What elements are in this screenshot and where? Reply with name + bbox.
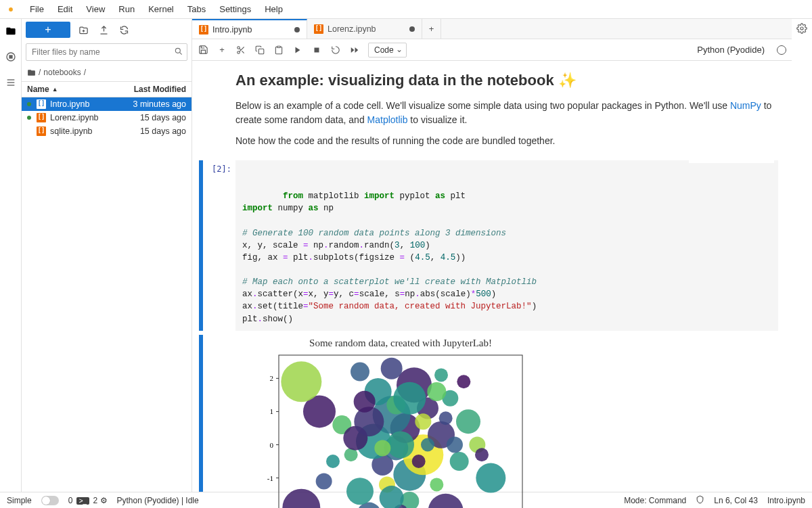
sparkles-icon: ✨ [558, 72, 577, 89]
svg-point-83 [447, 436, 463, 453]
file-browser: + /notebooks/ Name ▲ Last Modified Intro… [22, 19, 192, 492]
menu-kernel[interactable]: Kernel [141, 1, 181, 17]
output-collapser[interactable] [199, 335, 203, 508]
cursor-position[interactable]: Ln 6, Col 43 [714, 496, 758, 505]
svg-point-77 [381, 357, 403, 379]
notebook-icon [37, 113, 46, 122]
svg-rect-16 [277, 46, 281, 47]
svg-text:0: 0 [270, 440, 274, 448]
simple-toggle[interactable] [41, 496, 59, 505]
restart-icon[interactable] [330, 45, 341, 55]
insert-above-icon[interactable] [731, 160, 740, 162]
svg-point-54 [476, 463, 505, 492]
notebook-content[interactable]: An example: visualizing data in the note… [192, 61, 792, 508]
svg-point-74 [281, 361, 321, 402]
menu-bar: FileEditViewRunKernelTabsSettingsHelp [0, 0, 812, 19]
running-dot-icon [27, 102, 31, 106]
col-name-header[interactable]: Name [27, 85, 49, 94]
run-icon[interactable] [292, 45, 303, 55]
svg-point-91 [374, 440, 390, 456]
col-modified-header[interactable]: Last Modified [134, 85, 186, 94]
output-cell: Some random data, created with JupyterLa… [199, 335, 778, 508]
add-tab-button[interactable]: + [422, 19, 441, 39]
breadcrumb[interactable]: /notebooks/ [22, 64, 191, 81]
file-row[interactable]: Lorenz.ipynb15 days ago [22, 111, 191, 124]
svg-point-53 [316, 473, 332, 489]
dock-panel: Intro.ipynbLorenz.ipynb + + Code Python … [192, 19, 812, 492]
menu-tabs[interactable]: Tabs [181, 1, 212, 17]
numpy-link[interactable]: NumPy [730, 100, 761, 111]
kernel-name[interactable]: Python (Pyodide) [697, 45, 765, 55]
property-inspector-tab[interactable] [792, 19, 812, 508]
cell-type-select[interactable]: Code [368, 43, 407, 57]
running-icon[interactable] [4, 50, 18, 64]
copy-icon[interactable] [254, 45, 265, 55]
code-editor[interactable]: from matplotlib import pyplot as plt imp… [235, 160, 778, 331]
unsaved-dot-icon [409, 26, 415, 32]
matplotlib-link[interactable]: Matplotlib [367, 114, 408, 125]
move-up-icon[interactable]: ↑ [707, 160, 713, 162]
code-cell[interactable]: [2]: from matplotlib import pyplot as pl… [199, 160, 778, 331]
paste-icon[interactable] [273, 45, 284, 55]
save-icon[interactable] [198, 45, 208, 55]
svg-line-9 [179, 52, 181, 54]
cut-icon[interactable] [235, 45, 246, 55]
svg-point-81 [421, 438, 434, 451]
kernel-status-icon[interactable] [777, 45, 786, 55]
interrupt-icon[interactable] [311, 45, 322, 55]
menu-run[interactable]: Run [112, 1, 141, 17]
toc-icon[interactable] [4, 76, 18, 89]
cell-collapser[interactable] [199, 160, 203, 331]
search-icon [174, 47, 183, 58]
menu-edit[interactable]: Edit [51, 1, 79, 17]
trust-icon[interactable] [696, 495, 704, 506]
svg-point-97 [800, 27, 803, 30]
file-row[interactable]: sqlite.ipynb15 days ago [22, 124, 191, 138]
svg-point-67 [456, 409, 480, 434]
menu-file[interactable]: File [23, 1, 51, 17]
svg-point-76 [351, 362, 369, 381]
cell-toolbar: ↑ ↓ [689, 160, 774, 163]
activity-bar [0, 19, 22, 492]
kernel-count-icon: ⚙ [100, 496, 108, 505]
svg-marker-17 [296, 47, 300, 53]
md-heading: An example: visualizing data in the note… [235, 72, 778, 89]
kernel-status-text[interactable]: Python (Pyodide) | Idle [117, 496, 199, 505]
file-row[interactable]: Intro.ipynb3 minutes ago [22, 97, 191, 111]
sort-icon: ▲ [52, 86, 58, 93]
menu-help[interactable]: Help [258, 1, 290, 17]
svg-point-52 [346, 478, 374, 505]
move-down-icon[interactable]: ↓ [719, 160, 725, 162]
svg-point-47 [282, 488, 320, 508]
insert-cell-icon[interactable]: + [217, 45, 227, 55]
document-tab[interactable]: Intro.ipynb [192, 19, 307, 39]
simple-label: Simple [7, 496, 32, 505]
new-launcher-button[interactable]: + [26, 22, 70, 38]
svg-text:1: 1 [270, 407, 274, 415]
delete-cell-icon[interactable] [763, 160, 771, 162]
insert-below-icon[interactable] [747, 160, 756, 162]
terminals-count[interactable]: 0 >_ 2 ⚙ [68, 496, 108, 505]
folder-icon[interactable] [4, 24, 18, 38]
run-all-icon[interactable] [349, 45, 360, 55]
svg-point-94 [415, 413, 431, 430]
upload-icon[interactable] [96, 22, 111, 37]
notebook-icon [37, 99, 46, 109]
notebook-icon [314, 24, 323, 34]
svg-point-78 [457, 375, 470, 388]
refresh-icon[interactable] [116, 22, 131, 37]
svg-point-55 [430, 478, 443, 491]
svg-marker-20 [355, 47, 359, 52]
menu-view[interactable]: View [79, 1, 112, 17]
svg-line-13 [242, 51, 244, 53]
status-file-name: Intro.ipynb [767, 496, 805, 505]
new-folder-icon[interactable] [76, 22, 91, 37]
menu-settings[interactable]: Settings [212, 1, 258, 17]
svg-rect-18 [315, 47, 319, 52]
filter-input[interactable] [26, 43, 187, 61]
markdown-cell[interactable]: An example: visualizing data in the note… [235, 72, 778, 148]
main-area: + /notebooks/ Name ▲ Last Modified Intro… [0, 19, 812, 492]
document-tab[interactable]: Lorenz.ipynb [307, 19, 422, 39]
duplicate-icon[interactable] [692, 160, 700, 162]
md-paragraph: Below is an example of a code cell. We'l… [235, 99, 778, 127]
